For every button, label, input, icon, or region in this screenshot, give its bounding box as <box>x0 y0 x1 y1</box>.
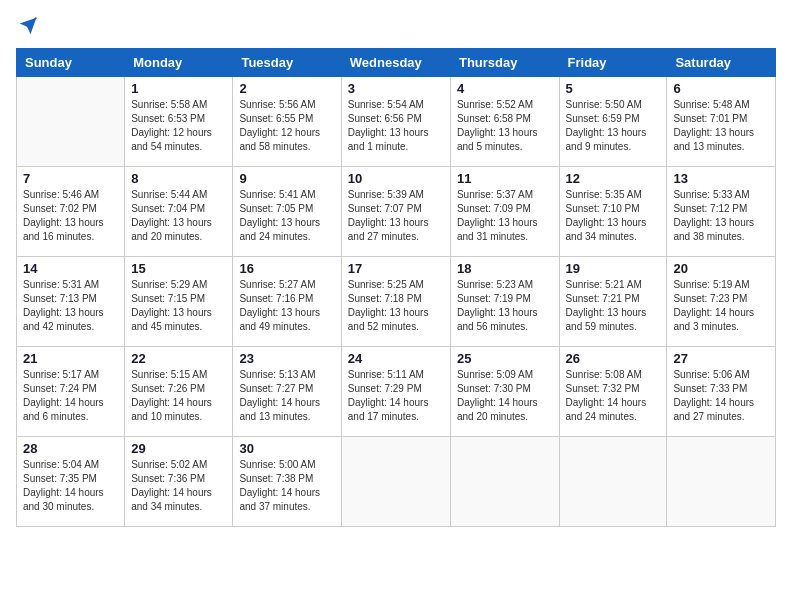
day-number: 8 <box>131 171 226 186</box>
calendar-cell: 10Sunrise: 5:39 AMSunset: 7:07 PMDayligh… <box>341 167 450 257</box>
week-row-3: 14Sunrise: 5:31 AMSunset: 7:13 PMDayligh… <box>17 257 776 347</box>
day-info: Sunrise: 5:37 AMSunset: 7:09 PMDaylight:… <box>457 188 553 244</box>
day-number: 29 <box>131 441 226 456</box>
calendar-cell <box>450 437 559 527</box>
day-info: Sunrise: 5:33 AMSunset: 7:12 PMDaylight:… <box>673 188 769 244</box>
day-info: Sunrise: 5:08 AMSunset: 7:32 PMDaylight:… <box>566 368 661 424</box>
header-tuesday: Tuesday <box>233 49 341 77</box>
calendar-cell: 17Sunrise: 5:25 AMSunset: 7:18 PMDayligh… <box>341 257 450 347</box>
calendar-cell: 7Sunrise: 5:46 AMSunset: 7:02 PMDaylight… <box>17 167 125 257</box>
calendar-cell: 20Sunrise: 5:19 AMSunset: 7:23 PMDayligh… <box>667 257 776 347</box>
logo <box>16 16 38 36</box>
day-info: Sunrise: 5:00 AMSunset: 7:38 PMDaylight:… <box>239 458 334 514</box>
calendar-cell <box>667 437 776 527</box>
header-wednesday: Wednesday <box>341 49 450 77</box>
day-number: 28 <box>23 441 118 456</box>
calendar-cell: 3Sunrise: 5:54 AMSunset: 6:56 PMDaylight… <box>341 77 450 167</box>
header-friday: Friday <box>559 49 667 77</box>
calendar-cell: 5Sunrise: 5:50 AMSunset: 6:59 PMDaylight… <box>559 77 667 167</box>
calendar-cell: 13Sunrise: 5:33 AMSunset: 7:12 PMDayligh… <box>667 167 776 257</box>
day-number: 9 <box>239 171 334 186</box>
header-sunday: Sunday <box>17 49 125 77</box>
day-number: 19 <box>566 261 661 276</box>
week-row-5: 28Sunrise: 5:04 AMSunset: 7:35 PMDayligh… <box>17 437 776 527</box>
day-info: Sunrise: 5:56 AMSunset: 6:55 PMDaylight:… <box>239 98 334 154</box>
header-thursday: Thursday <box>450 49 559 77</box>
calendar-cell <box>559 437 667 527</box>
calendar-cell: 19Sunrise: 5:21 AMSunset: 7:21 PMDayligh… <box>559 257 667 347</box>
day-number: 30 <box>239 441 334 456</box>
day-info: Sunrise: 5:15 AMSunset: 7:26 PMDaylight:… <box>131 368 226 424</box>
day-number: 2 <box>239 81 334 96</box>
day-info: Sunrise: 5:02 AMSunset: 7:36 PMDaylight:… <box>131 458 226 514</box>
calendar-header-row: SundayMondayTuesdayWednesdayThursdayFrid… <box>17 49 776 77</box>
header-saturday: Saturday <box>667 49 776 77</box>
day-number: 27 <box>673 351 769 366</box>
day-info: Sunrise: 5:39 AMSunset: 7:07 PMDaylight:… <box>348 188 444 244</box>
day-info: Sunrise: 5:31 AMSunset: 7:13 PMDaylight:… <box>23 278 118 334</box>
day-number: 26 <box>566 351 661 366</box>
day-number: 4 <box>457 81 553 96</box>
day-info: Sunrise: 5:52 AMSunset: 6:58 PMDaylight:… <box>457 98 553 154</box>
calendar-cell: 9Sunrise: 5:41 AMSunset: 7:05 PMDaylight… <box>233 167 341 257</box>
day-number: 14 <box>23 261 118 276</box>
calendar-cell: 24Sunrise: 5:11 AMSunset: 7:29 PMDayligh… <box>341 347 450 437</box>
calendar-cell: 23Sunrise: 5:13 AMSunset: 7:27 PMDayligh… <box>233 347 341 437</box>
calendar-cell: 21Sunrise: 5:17 AMSunset: 7:24 PMDayligh… <box>17 347 125 437</box>
day-info: Sunrise: 5:41 AMSunset: 7:05 PMDaylight:… <box>239 188 334 244</box>
day-number: 17 <box>348 261 444 276</box>
day-number: 13 <box>673 171 769 186</box>
calendar-cell: 6Sunrise: 5:48 AMSunset: 7:01 PMDaylight… <box>667 77 776 167</box>
calendar-cell <box>341 437 450 527</box>
calendar-cell: 29Sunrise: 5:02 AMSunset: 7:36 PMDayligh… <box>125 437 233 527</box>
calendar-cell: 1Sunrise: 5:58 AMSunset: 6:53 PMDaylight… <box>125 77 233 167</box>
calendar-table: SundayMondayTuesdayWednesdayThursdayFrid… <box>16 48 776 527</box>
calendar-cell: 26Sunrise: 5:08 AMSunset: 7:32 PMDayligh… <box>559 347 667 437</box>
day-number: 6 <box>673 81 769 96</box>
day-info: Sunrise: 5:11 AMSunset: 7:29 PMDaylight:… <box>348 368 444 424</box>
day-info: Sunrise: 5:54 AMSunset: 6:56 PMDaylight:… <box>348 98 444 154</box>
day-info: Sunrise: 5:04 AMSunset: 7:35 PMDaylight:… <box>23 458 118 514</box>
calendar-cell <box>17 77 125 167</box>
logo-bird-icon <box>18 16 38 36</box>
day-info: Sunrise: 5:13 AMSunset: 7:27 PMDaylight:… <box>239 368 334 424</box>
day-number: 12 <box>566 171 661 186</box>
day-number: 7 <box>23 171 118 186</box>
day-info: Sunrise: 5:09 AMSunset: 7:30 PMDaylight:… <box>457 368 553 424</box>
calendar-cell: 12Sunrise: 5:35 AMSunset: 7:10 PMDayligh… <box>559 167 667 257</box>
calendar-cell: 28Sunrise: 5:04 AMSunset: 7:35 PMDayligh… <box>17 437 125 527</box>
day-number: 3 <box>348 81 444 96</box>
day-number: 1 <box>131 81 226 96</box>
day-info: Sunrise: 5:35 AMSunset: 7:10 PMDaylight:… <box>566 188 661 244</box>
day-number: 20 <box>673 261 769 276</box>
day-number: 18 <box>457 261 553 276</box>
day-info: Sunrise: 5:48 AMSunset: 7:01 PMDaylight:… <box>673 98 769 154</box>
day-number: 15 <box>131 261 226 276</box>
calendar-cell: 8Sunrise: 5:44 AMSunset: 7:04 PMDaylight… <box>125 167 233 257</box>
calendar-cell: 14Sunrise: 5:31 AMSunset: 7:13 PMDayligh… <box>17 257 125 347</box>
day-info: Sunrise: 5:06 AMSunset: 7:33 PMDaylight:… <box>673 368 769 424</box>
day-info: Sunrise: 5:25 AMSunset: 7:18 PMDaylight:… <box>348 278 444 334</box>
day-number: 16 <box>239 261 334 276</box>
calendar-cell: 4Sunrise: 5:52 AMSunset: 6:58 PMDaylight… <box>450 77 559 167</box>
day-number: 24 <box>348 351 444 366</box>
week-row-2: 7Sunrise: 5:46 AMSunset: 7:02 PMDaylight… <box>17 167 776 257</box>
day-info: Sunrise: 5:29 AMSunset: 7:15 PMDaylight:… <box>131 278 226 334</box>
day-number: 21 <box>23 351 118 366</box>
day-number: 23 <box>239 351 334 366</box>
day-info: Sunrise: 5:50 AMSunset: 6:59 PMDaylight:… <box>566 98 661 154</box>
day-info: Sunrise: 5:23 AMSunset: 7:19 PMDaylight:… <box>457 278 553 334</box>
calendar-cell: 18Sunrise: 5:23 AMSunset: 7:19 PMDayligh… <box>450 257 559 347</box>
calendar-cell: 15Sunrise: 5:29 AMSunset: 7:15 PMDayligh… <box>125 257 233 347</box>
week-row-1: 1Sunrise: 5:58 AMSunset: 6:53 PMDaylight… <box>17 77 776 167</box>
day-info: Sunrise: 5:17 AMSunset: 7:24 PMDaylight:… <box>23 368 118 424</box>
day-info: Sunrise: 5:21 AMSunset: 7:21 PMDaylight:… <box>566 278 661 334</box>
day-info: Sunrise: 5:27 AMSunset: 7:16 PMDaylight:… <box>239 278 334 334</box>
day-info: Sunrise: 5:58 AMSunset: 6:53 PMDaylight:… <box>131 98 226 154</box>
header-monday: Monday <box>125 49 233 77</box>
calendar-cell: 16Sunrise: 5:27 AMSunset: 7:16 PMDayligh… <box>233 257 341 347</box>
day-number: 22 <box>131 351 226 366</box>
day-number: 5 <box>566 81 661 96</box>
calendar-cell: 2Sunrise: 5:56 AMSunset: 6:55 PMDaylight… <box>233 77 341 167</box>
day-number: 11 <box>457 171 553 186</box>
